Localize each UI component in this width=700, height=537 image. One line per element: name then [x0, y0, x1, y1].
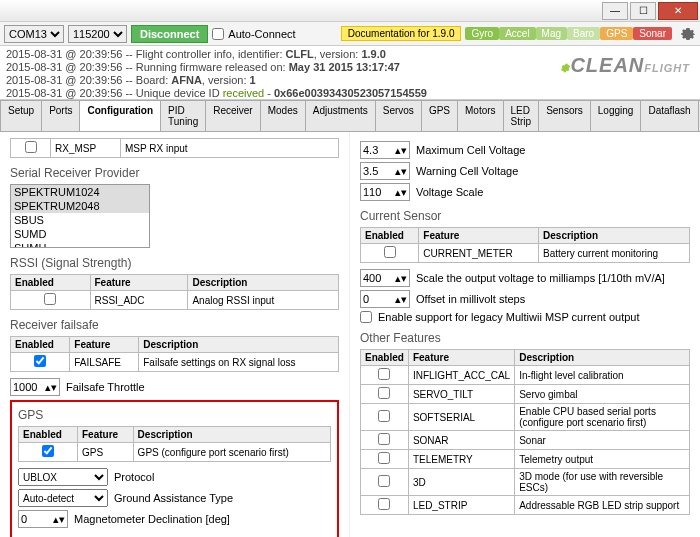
feature-checkbox[interactable]: [378, 433, 390, 445]
gps-gat-select[interactable]: Auto-detect: [18, 489, 108, 507]
tab-gps[interactable]: GPS: [421, 100, 458, 131]
legacy-msp-checkbox[interactable]: [360, 311, 372, 323]
status-pill-gps: GPS: [600, 27, 633, 40]
tab-led-strip[interactable]: LED Strip: [503, 100, 540, 131]
gps-mag-input[interactable]: 0▴▾: [18, 510, 68, 528]
current-scale-input[interactable]: 400▴▾: [360, 269, 410, 287]
tab-sensors[interactable]: Sensors: [538, 100, 591, 131]
port-select[interactable]: COM13: [4, 25, 64, 43]
tab-servos[interactable]: Servos: [375, 100, 422, 131]
voltage-scale-input[interactable]: 110▴▾: [360, 183, 410, 201]
status-pill-gyro: Gyro: [465, 27, 499, 40]
autoconnect-label: Auto-Connect: [228, 28, 295, 40]
status-pill-accel: Accel: [499, 27, 535, 40]
tab-adjustments[interactable]: Adjustments: [305, 100, 376, 131]
serial-provider-list[interactable]: SPEKTRUM1024SPEKTRUM2048SBUSSUMDSUMH: [10, 184, 150, 248]
log-area: 2015-08-31 @ 20:39:56 -- Flight controll…: [0, 46, 700, 100]
tab-dataflash[interactable]: Dataflash: [640, 100, 698, 131]
window-minimize[interactable]: —: [602, 2, 628, 20]
feature-checkbox[interactable]: [378, 452, 390, 464]
current-offset-input[interactable]: 0▴▾: [360, 290, 410, 308]
tab-bar: SetupPortsConfigurationPID TuningReceive…: [0, 100, 700, 132]
gps-title: GPS: [18, 408, 331, 422]
table-row: 3D3D mode (for use with reversible ESCs): [361, 469, 690, 496]
titlebar: — ☐ ✕: [0, 0, 700, 22]
serial-option[interactable]: SUMH: [11, 241, 149, 248]
baud-select[interactable]: 115200: [68, 25, 127, 43]
serial-option[interactable]: SPEKTRUM2048: [11, 199, 149, 213]
rssi-checkbox[interactable]: [44, 293, 56, 305]
gear-icon[interactable]: [680, 26, 696, 42]
other-title: Other Features: [360, 331, 690, 345]
disconnect-button[interactable]: Disconnect: [131, 25, 208, 43]
brand-logo: ✽CLEANFLIGHT: [560, 54, 690, 77]
feature-checkbox[interactable]: [378, 498, 390, 510]
tab-modes[interactable]: Modes: [260, 100, 306, 131]
tab-setup[interactable]: Setup: [0, 100, 42, 131]
serial-option[interactable]: SUMD: [11, 227, 149, 241]
feature-checkbox[interactable]: [378, 475, 390, 487]
gps-checkbox[interactable]: [42, 445, 54, 457]
tab-configuration[interactable]: Configuration: [79, 100, 161, 131]
rxmsp-checkbox[interactable]: [25, 141, 37, 153]
failsafe-checkbox[interactable]: [34, 355, 46, 367]
table-row: SOFTSERIALEnable CPU based serial ports …: [361, 404, 690, 431]
table-row: TELEMETRYTelemetry output: [361, 450, 690, 469]
serial-option[interactable]: SBUS: [11, 213, 149, 227]
rssi-title: RSSI (Signal Strength): [10, 256, 339, 270]
table-row: LED_STRIPAddressable RGB LED strip suppo…: [361, 496, 690, 515]
gps-protocol-select[interactable]: UBLOX: [18, 468, 108, 486]
toolbar: COM13 115200 Disconnect Auto-Connect Doc…: [0, 22, 700, 46]
serial-title: Serial Receiver Provider: [10, 166, 339, 180]
status-pill-baro: Baro: [567, 27, 600, 40]
feature-checkbox[interactable]: [378, 368, 390, 380]
current-title: Current Sensor: [360, 209, 690, 223]
current-checkbox[interactable]: [384, 246, 396, 258]
window-maximize[interactable]: ☐: [630, 2, 656, 20]
warn-cell-input[interactable]: 3.5▴▾: [360, 162, 410, 180]
table-row: INFLIGHT_ACC_CALIn-flight level calibrat…: [361, 366, 690, 385]
documentation-link[interactable]: Documentation for 1.9.0: [341, 26, 462, 41]
tab-pid-tuning[interactable]: PID Tuning: [160, 100, 206, 131]
table-row: SONARSonar: [361, 431, 690, 450]
failsafe-title: Receiver failsafe: [10, 318, 339, 332]
status-pill-sonar: Sonar: [633, 27, 672, 40]
serial-option[interactable]: SPEKTRUM1024: [11, 185, 149, 199]
tab-receiver[interactable]: Receiver: [205, 100, 260, 131]
feature-checkbox[interactable]: [378, 410, 390, 422]
failsafe-throttle-input[interactable]: 1000▴▾: [10, 378, 60, 396]
tab-logging[interactable]: Logging: [590, 100, 642, 131]
max-cell-input[interactable]: 4.3▴▾: [360, 141, 410, 159]
tab-ports[interactable]: Ports: [41, 100, 80, 131]
rxmsp-table: RX_MSPMSP RX input: [10, 138, 339, 158]
autoconnect-checkbox[interactable]: [212, 25, 224, 43]
table-row: SERVO_TILTServo gimbal: [361, 385, 690, 404]
tab-motors[interactable]: Motors: [457, 100, 504, 131]
window-close[interactable]: ✕: [658, 2, 698, 20]
feature-checkbox[interactable]: [378, 387, 390, 399]
gps-section: GPS EnabledFeatureDescription GPSGPS (co…: [10, 400, 339, 537]
status-pill-mag: Mag: [536, 27, 567, 40]
